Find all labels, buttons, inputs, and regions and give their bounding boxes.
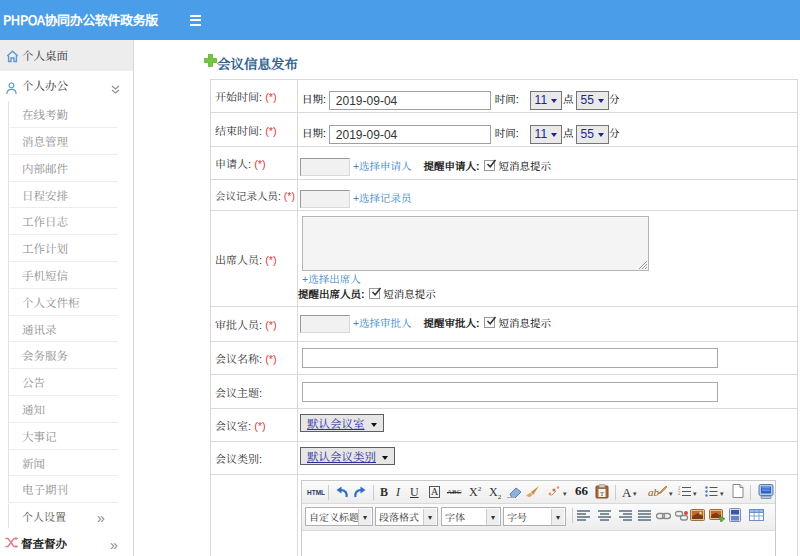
svg-text:2: 2 (678, 491, 681, 496)
svg-text:T: T (600, 490, 604, 497)
